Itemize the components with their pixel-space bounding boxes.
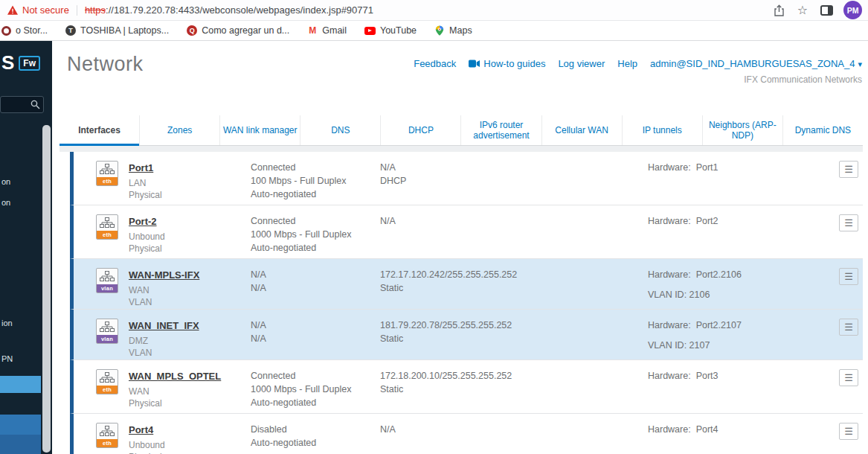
help-link[interactable]: Help xyxy=(617,58,637,69)
share-icon[interactable] xyxy=(771,2,787,19)
sidebar-item-active[interactable] xyxy=(0,376,41,393)
status-line: N/A xyxy=(251,268,380,281)
row-menu-button[interactable] xyxy=(839,319,858,336)
row-menu-button[interactable] xyxy=(839,161,858,178)
bookmark-star-icon[interactable] xyxy=(794,2,811,19)
hardware-label: Hardware: xyxy=(648,162,691,173)
bookmarks-bar: o Stor... T TOSHIBA | Laptops... Q Como … xyxy=(0,21,868,41)
tab-dns[interactable]: DNS xyxy=(300,115,381,145)
bookmark-quora[interactable]: Q Como agregar un d... xyxy=(187,25,289,36)
tab-zones[interactable]: Zones xyxy=(140,115,220,145)
interface-zone: WAN xyxy=(129,284,251,296)
status-line: Auto-negotiated xyxy=(251,188,380,201)
warning-triangle-icon xyxy=(7,5,18,15)
account-menu[interactable]: admin@SID_IND_HAMBURGUESAS_ZONA_4 xyxy=(650,58,862,69)
security-chip[interactable]: Not secure xyxy=(22,4,69,16)
status-line: Connected xyxy=(251,214,380,228)
tab-neighbors-arp-ndp[interactable]: Neighbors (ARP-NDP) xyxy=(703,115,783,145)
network-tree-glyph xyxy=(99,217,115,228)
firewall-badge: Fw xyxy=(19,56,40,71)
bookmark-store[interactable]: o Stor... xyxy=(1,25,48,36)
log-viewer-link[interactable]: Log viewer xyxy=(558,58,605,69)
bookmark-youtube[interactable]: YouTube xyxy=(364,25,417,36)
interface-type-badge: eth xyxy=(97,386,118,394)
row-menu-button[interactable] xyxy=(839,423,858,440)
interface-type: Physical xyxy=(129,397,251,409)
bookmark-label: TOSHIBA | Laptops... xyxy=(80,25,169,36)
bookmark-gmail[interactable]: M Gmail xyxy=(307,25,347,36)
network-tree-glyph xyxy=(99,271,115,282)
tab-dynamic-dns[interactable]: Dynamic DNS xyxy=(783,115,863,145)
sidebar-item[interactable]: PN xyxy=(1,354,13,363)
tab-ipv6-router-advertisement[interactable]: IPv6 router advertisement xyxy=(461,115,541,145)
page-title: Network xyxy=(67,53,144,76)
bookmark-label: Gmail xyxy=(322,25,347,36)
interface-name-link[interactable]: Port4 xyxy=(129,424,153,435)
interface-row-port4: eth Port4 Unbound Physical Disabled Auto… xyxy=(70,414,863,454)
bookmark-toshiba[interactable]: T TOSHIBA | Laptops... xyxy=(65,25,169,36)
browser-address-bar[interactable]: Not secure https://181.79.220.78:4433/we… xyxy=(0,0,868,21)
ethernet-interface-icon: eth xyxy=(96,161,118,186)
sidebar-item[interactable]: on xyxy=(1,198,10,207)
interface-zone: LAN xyxy=(129,177,251,189)
hardware-value: Port2.2106 xyxy=(696,269,742,280)
account-name: admin@SID_IND_HAMBURGUESAS_ZONA_4 xyxy=(650,58,855,69)
bookmark-maps[interactable]: Maps xyxy=(434,25,472,36)
tab-wan-link-manager[interactable]: WAN link manager xyxy=(220,115,300,145)
sidebar-search-input[interactable] xyxy=(0,96,44,113)
sidebar-item[interactable]: ion xyxy=(1,319,13,327)
interface-row-wan-inet-ifx: vlan WAN_INET_IFX DMZ VLAN N/A N/A 181.7… xyxy=(70,310,863,360)
row-menu-button[interactable] xyxy=(839,214,858,231)
status-line: Disabled xyxy=(251,423,380,436)
ethernet-interface-icon: eth xyxy=(96,214,118,240)
row-menu-button[interactable] xyxy=(839,268,858,285)
interface-type: VLAN xyxy=(129,347,251,359)
tab-ip-tunnels[interactable]: IP tunnels xyxy=(623,115,703,145)
side-panel-icon[interactable] xyxy=(818,2,835,19)
tab-interfaces[interactable]: Interfaces xyxy=(60,115,140,145)
hardware-label: Hardware: xyxy=(648,424,691,435)
row-menu-button[interactable] xyxy=(839,369,858,386)
vlan-id: VLAN ID: 2107 xyxy=(648,339,832,352)
status-line: Connected xyxy=(251,369,380,383)
ip-address: N/A xyxy=(380,423,648,436)
profile-avatar[interactable]: PM xyxy=(843,1,862,19)
interface-name-link[interactable]: Port-2 xyxy=(129,216,157,227)
hardware-line: Hardware:Port2.2107 xyxy=(648,319,832,332)
hardware-label: Hardware: xyxy=(648,269,691,280)
sidebar-item[interactable]: on xyxy=(1,177,10,186)
hardware-line: Hardware:Port2 xyxy=(648,214,832,228)
tab-bar: Interfaces Zones WAN link manager DNS DH… xyxy=(60,115,863,146)
tab-dhcp[interactable]: DHCP xyxy=(381,115,461,145)
feedback-link[interactable]: Feedback xyxy=(414,58,456,69)
interface-name-link[interactable]: WAN_INET_IFX xyxy=(129,320,199,331)
bookmark-label: Como agregar un d... xyxy=(202,25,289,36)
interface-name-link[interactable]: Port1 xyxy=(129,162,153,173)
toshiba-icon: T xyxy=(65,25,76,36)
sidebar-submenu-item[interactable] xyxy=(0,435,41,454)
interface-zone: Unbound xyxy=(129,231,251,243)
sophos-logo-letter: S xyxy=(1,51,14,74)
maps-icon xyxy=(434,25,445,36)
status-line: Auto-negotiated xyxy=(251,396,380,409)
interface-name-link[interactable]: WAN-MPLS-IFX xyxy=(129,269,199,281)
interface-type-badge: eth xyxy=(97,177,118,185)
status-line: N/A xyxy=(251,281,380,295)
interface-name-link[interactable]: WAN_MPLS_OPTEL xyxy=(129,371,221,382)
quora-icon: Q xyxy=(187,25,197,36)
howto-guides-link[interactable]: How-to guides xyxy=(469,58,545,69)
ip-address: N/A xyxy=(380,161,648,174)
globe-icon xyxy=(1,26,11,36)
status-line: N/A xyxy=(251,332,380,345)
hardware-line: Hardware:Port1 xyxy=(648,161,832,174)
status-line: Auto-negotiated xyxy=(251,436,380,450)
status-line: Connected xyxy=(251,161,380,174)
hardware-label: Hardware: xyxy=(648,371,691,381)
sidebar-submenu-item[interactable] xyxy=(0,415,41,435)
url-text[interactable]: https://181.79.220.78:4433/webconsole/we… xyxy=(85,4,373,16)
bookmark-label: Maps xyxy=(449,25,472,36)
hardware-value: Port1 xyxy=(696,162,718,173)
tab-cellular-wan[interactable]: Cellular WAN xyxy=(542,115,623,145)
sidebar-scrollbar[interactable] xyxy=(42,125,51,453)
vlan-interface-icon: vlan xyxy=(96,268,118,293)
